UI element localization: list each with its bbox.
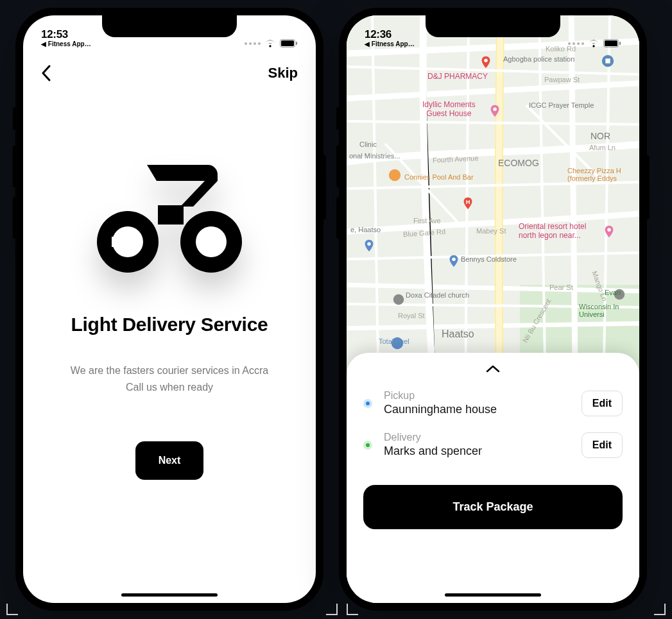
map-label[interactable]: Clinic (359, 140, 377, 148)
map-label[interactable]: Wisconsin In Universi (579, 303, 619, 318)
edit-pickup-button[interactable]: Edit (582, 391, 623, 416)
map-label[interactable]: Idyllic Moments Guest House (422, 100, 476, 118)
svg-rect-1 (281, 40, 294, 46)
status-time: 12:36 (365, 29, 415, 40)
map-label: Afum Ln (589, 144, 616, 151)
map-label: Pawpaw St (544, 76, 580, 83)
map-label[interactable]: Doxa Citadel church (406, 291, 469, 299)
svg-point-20 (393, 294, 404, 305)
motorcycle-icon (86, 162, 253, 276)
svg-point-19 (452, 258, 456, 262)
svg-rect-2 (296, 42, 297, 45)
wifi-icon (264, 39, 276, 47)
notch (102, 15, 237, 37)
map-pin-red-icon[interactable]: H (461, 196, 475, 210)
map-label: Pear St (549, 284, 573, 291)
svg-point-14 (493, 108, 497, 112)
map-label: ECOMOG (498, 158, 539, 168)
crop-mark-icon (6, 604, 18, 615)
bottom-sheet: Pickup Caunninghame house Edit Delivery … (347, 353, 639, 603)
map-label[interactable]: D&J PHARMACY (427, 72, 488, 81)
map-label: NOR (590, 131, 610, 141)
device-frame-1: 12:53 ◀ Fitness App… (15, 8, 323, 611)
pickup-value: Caunninghame house (384, 403, 570, 416)
delivery-dot-icon (363, 441, 372, 450)
edit-delivery-button[interactable]: Edit (582, 432, 623, 458)
svg-point-15 (389, 169, 401, 181)
signal-dots-icon (245, 42, 261, 45)
svg-rect-3 (158, 205, 184, 225)
map-label: Haatso (442, 328, 474, 340)
svg-rect-13 (605, 58, 610, 63)
map-label: Mabey St (476, 227, 506, 235)
map-pin-red-icon[interactable] (479, 55, 493, 69)
delivery-value: Marks and spencer (384, 445, 570, 458)
crop-mark-icon (347, 604, 358, 615)
crop-mark-icon (326, 604, 338, 615)
svg-point-17 (367, 242, 371, 246)
map-label: First Ave (413, 217, 441, 225)
map-pin-gray-icon[interactable] (392, 293, 406, 307)
map-label[interactable]: Agbogba police station (503, 55, 574, 63)
delivery-label: Delivery (384, 432, 570, 443)
svg-text:H: H (466, 199, 470, 205)
onboarding-title: Light Delivery Service (71, 314, 268, 335)
home-indicator[interactable] (121, 593, 218, 597)
map-pin-pink-icon[interactable] (602, 225, 616, 239)
wifi-icon (588, 39, 599, 47)
home-indicator[interactable] (445, 593, 541, 597)
svg-point-18 (607, 228, 611, 232)
map-label[interactable]: Connies Pool And Bar (404, 173, 474, 181)
map-label[interactable]: Oriental resort hotel north legon near..… (519, 222, 586, 240)
map-pin-orange-icon[interactable] (388, 168, 402, 182)
map-label[interactable]: Total Fuel (379, 337, 409, 345)
status-back-app[interactable]: ◀ Fitness App… (365, 41, 415, 47)
svg-rect-6 (112, 237, 133, 247)
screen-1: 12:53 ◀ Fitness App… (23, 15, 316, 603)
battery-icon (603, 39, 621, 47)
map-pin-pink-icon[interactable] (488, 104, 502, 118)
delivery-row: Delivery Marks and spencer Edit (363, 424, 623, 466)
pickup-label: Pickup (384, 390, 570, 402)
device-frame-2: H D&J PHARMACY Agbogba police station Ko… (339, 8, 647, 611)
skip-button[interactable]: Skip (268, 65, 298, 81)
svg-rect-24 (605, 40, 617, 46)
map-pin-blue-icon[interactable] (601, 54, 615, 68)
crop-mark-icon (654, 604, 666, 615)
svg-point-11 (484, 59, 488, 63)
battery-icon (280, 39, 298, 47)
pickup-row: Pickup Caunninghame house Edit (363, 382, 623, 424)
svg-rect-25 (619, 42, 621, 45)
svg-point-8 (196, 226, 227, 257)
status-back-app[interactable]: ◀ Fitness App… (41, 41, 91, 47)
signal-dots-icon (568, 42, 584, 45)
map-label[interactable]: Bennys Coldstore (461, 255, 517, 263)
onboarding-subtitle: We are the fasters courier services in A… (71, 362, 268, 395)
status-time: 12:53 (41, 29, 91, 40)
track-package-button[interactable]: Track Package (363, 485, 623, 529)
map-label[interactable]: ICGC Prayer Temple (529, 101, 594, 109)
expand-sheet-button[interactable] (363, 362, 623, 382)
map-label[interactable]: onal Ministries... (349, 152, 400, 160)
map-pin-blue-icon[interactable] (447, 254, 461, 268)
next-button[interactable]: Next (135, 441, 204, 480)
pickup-dot-icon (363, 399, 372, 408)
map-label[interactable]: Cheezzy Pizza H (formerly Eddys (567, 167, 621, 182)
back-button[interactable] (41, 65, 51, 81)
screen-2: H D&J PHARMACY Agbogba police station Ko… (347, 15, 639, 603)
map-label: Royal St (398, 312, 425, 319)
map-label[interactable]: Evan (605, 289, 621, 296)
notch (426, 15, 560, 37)
map-pin-blue-icon[interactable] (362, 239, 376, 253)
map-label[interactable]: e, Haatso (350, 226, 381, 233)
